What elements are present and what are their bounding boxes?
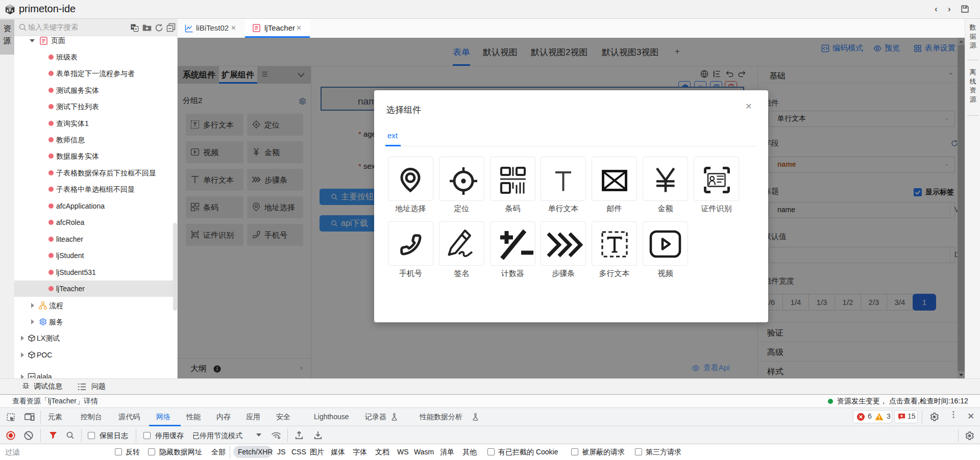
svg-text:x: x — [135, 27, 137, 31]
